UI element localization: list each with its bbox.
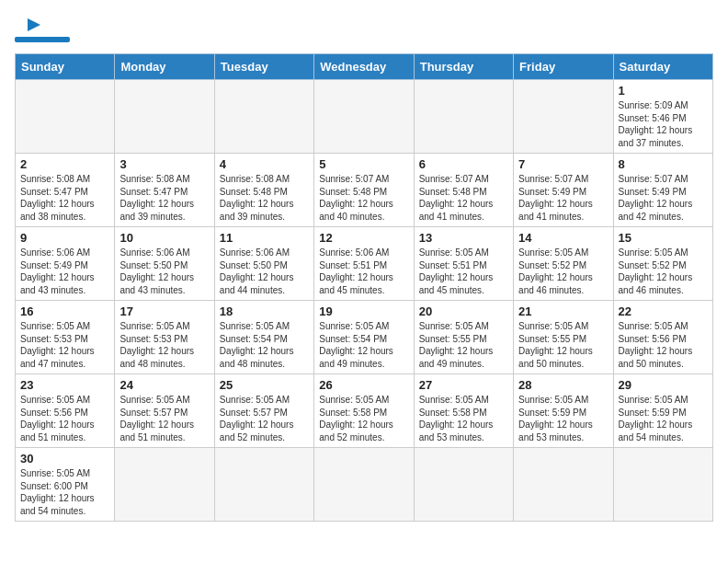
cell-info: Sunrise: 5:05 AM Sunset: 5:56 PM Dayligh… (20, 394, 109, 443)
svg-marker-0 (28, 18, 40, 31)
cell-info: Sunrise: 5:06 AM Sunset: 5:49 PM Dayligh… (20, 247, 109, 296)
calendar-cell: 2Sunrise: 5:08 AM Sunset: 5:47 PM Daylig… (16, 154, 115, 227)
day-number: 2 (20, 157, 109, 171)
day-header-saturday: Saturday (613, 54, 712, 80)
day-header-wednesday: Wednesday (314, 54, 414, 80)
calendar-cell: 8Sunrise: 5:07 AM Sunset: 5:49 PM Daylig… (613, 154, 712, 227)
week-row-3: 9Sunrise: 5:06 AM Sunset: 5:49 PM Daylig… (16, 227, 713, 301)
logo-icon (22, 15, 42, 35)
day-number: 9 (20, 231, 109, 245)
day-number: 5 (319, 157, 408, 171)
calendar-cell: 11Sunrise: 5:06 AM Sunset: 5:50 PM Dayli… (214, 227, 313, 301)
cell-info: Sunrise: 5:07 AM Sunset: 5:48 PM Dayligh… (319, 173, 408, 223)
calendar-cell: 26Sunrise: 5:05 AM Sunset: 5:58 PM Dayli… (314, 374, 414, 448)
cell-info: Sunrise: 5:05 AM Sunset: 5:57 PM Dayligh… (220, 394, 309, 443)
cell-info: Sunrise: 5:05 AM Sunset: 5:57 PM Dayligh… (119, 394, 209, 443)
calendar-cell: 13Sunrise: 5:05 AM Sunset: 5:51 PM Dayli… (414, 227, 513, 301)
day-number: 3 (119, 157, 209, 171)
cell-info: Sunrise: 5:05 AM Sunset: 5:59 PM Dayligh… (619, 394, 708, 443)
calendar-cell: 3Sunrise: 5:08 AM Sunset: 5:47 PM Daylig… (115, 154, 214, 227)
cell-info: Sunrise: 5:05 AM Sunset: 5:54 PM Dayligh… (220, 320, 309, 370)
calendar-cell: 5Sunrise: 5:07 AM Sunset: 5:48 PM Daylig… (314, 154, 414, 227)
day-header-friday: Friday (514, 54, 613, 80)
cell-info: Sunrise: 5:05 AM Sunset: 5:52 PM Dayligh… (619, 247, 708, 296)
day-number: 26 (319, 378, 408, 392)
calendar-cell: 7Sunrise: 5:07 AM Sunset: 5:49 PM Daylig… (514, 154, 613, 227)
calendar-cell (314, 448, 414, 522)
week-row-5: 23Sunrise: 5:05 AM Sunset: 5:56 PM Dayli… (16, 374, 713, 448)
day-number: 6 (419, 157, 508, 171)
calendar-cell: 18Sunrise: 5:05 AM Sunset: 5:54 PM Dayli… (214, 301, 313, 374)
cell-info: Sunrise: 5:07 AM Sunset: 5:49 PM Dayligh… (619, 173, 708, 223)
day-header-thursday: Thursday (414, 54, 513, 80)
day-number: 8 (619, 157, 708, 171)
day-number: 29 (619, 378, 708, 392)
calendar-cell (115, 448, 214, 522)
day-header-sunday: Sunday (16, 54, 115, 80)
day-number: 10 (119, 231, 209, 245)
calendar-cell: 19Sunrise: 5:05 AM Sunset: 5:54 PM Dayli… (314, 301, 414, 374)
day-header-monday: Monday (115, 54, 214, 80)
calendar-cell: 6Sunrise: 5:07 AM Sunset: 5:48 PM Daylig… (414, 154, 513, 227)
calendar-cell (613, 448, 712, 522)
day-number: 17 (119, 304, 209, 318)
cell-info: Sunrise: 5:08 AM Sunset: 5:47 PM Dayligh… (20, 173, 109, 223)
cell-info: Sunrise: 5:05 AM Sunset: 6:00 PM Dayligh… (20, 467, 109, 517)
calendar-cell: 23Sunrise: 5:05 AM Sunset: 5:56 PM Dayli… (16, 374, 115, 448)
cell-info: Sunrise: 5:09 AM Sunset: 5:46 PM Dayligh… (619, 99, 708, 149)
day-number: 30 (20, 452, 109, 465)
calendar-cell: 29Sunrise: 5:05 AM Sunset: 5:59 PM Dayli… (613, 374, 712, 448)
days-header-row: SundayMondayTuesdayWednesdayThursdayFrid… (16, 54, 713, 80)
calendar-cell (514, 80, 613, 154)
cell-info: Sunrise: 5:05 AM Sunset: 5:55 PM Dayligh… (518, 320, 608, 370)
logo (15, 15, 70, 42)
cell-info: Sunrise: 5:08 AM Sunset: 5:48 PM Dayligh… (220, 173, 309, 223)
day-number: 22 (619, 304, 708, 318)
calendar-cell: 4Sunrise: 5:08 AM Sunset: 5:48 PM Daylig… (214, 154, 313, 227)
calendar-cell: 16Sunrise: 5:05 AM Sunset: 5:53 PM Dayli… (16, 301, 115, 374)
calendar-table: SundayMondayTuesdayWednesdayThursdayFrid… (15, 53, 713, 522)
day-number: 1 (619, 84, 708, 98)
day-number: 28 (518, 378, 608, 392)
calendar-cell: 22Sunrise: 5:05 AM Sunset: 5:56 PM Dayli… (613, 301, 712, 374)
day-number: 13 (419, 231, 508, 245)
day-header-tuesday: Tuesday (214, 54, 313, 80)
calendar-cell (115, 80, 214, 154)
calendar-cell (414, 80, 513, 154)
day-number: 11 (220, 231, 309, 245)
day-number: 19 (319, 304, 408, 318)
cell-info: Sunrise: 5:06 AM Sunset: 5:51 PM Dayligh… (319, 247, 408, 296)
calendar-cell: 30Sunrise: 5:05 AM Sunset: 6:00 PM Dayli… (16, 448, 115, 522)
cell-info: Sunrise: 5:05 AM Sunset: 5:52 PM Dayligh… (518, 247, 608, 296)
calendar-cell (214, 448, 313, 522)
calendar-cell: 21Sunrise: 5:05 AM Sunset: 5:55 PM Dayli… (514, 301, 613, 374)
day-number: 27 (419, 378, 508, 392)
calendar-cell: 14Sunrise: 5:05 AM Sunset: 5:52 PM Dayli… (514, 227, 613, 301)
page-header (15, 15, 713, 42)
day-number: 21 (518, 304, 608, 318)
cell-info: Sunrise: 5:08 AM Sunset: 5:47 PM Dayligh… (119, 173, 209, 223)
day-number: 4 (220, 157, 309, 171)
calendar-cell: 24Sunrise: 5:05 AM Sunset: 5:57 PM Dayli… (115, 374, 214, 448)
calendar-cell: 28Sunrise: 5:05 AM Sunset: 5:59 PM Dayli… (514, 374, 613, 448)
cell-info: Sunrise: 5:07 AM Sunset: 5:49 PM Dayligh… (518, 173, 608, 223)
day-number: 12 (319, 231, 408, 245)
week-row-2: 2Sunrise: 5:08 AM Sunset: 5:47 PM Daylig… (16, 154, 713, 227)
cell-info: Sunrise: 5:05 AM Sunset: 5:56 PM Dayligh… (619, 320, 708, 370)
calendar-cell (414, 448, 513, 522)
cell-info: Sunrise: 5:05 AM Sunset: 5:58 PM Dayligh… (319, 394, 408, 443)
day-number: 24 (119, 378, 209, 392)
cell-info: Sunrise: 5:05 AM Sunset: 5:58 PM Dayligh… (419, 394, 508, 443)
day-number: 14 (518, 231, 608, 245)
day-number: 20 (419, 304, 508, 318)
calendar-cell: 15Sunrise: 5:05 AM Sunset: 5:52 PM Dayli… (613, 227, 712, 301)
calendar-cell: 9Sunrise: 5:06 AM Sunset: 5:49 PM Daylig… (16, 227, 115, 301)
calendar-body: 1Sunrise: 5:09 AM Sunset: 5:46 PM Daylig… (16, 80, 713, 522)
week-row-1: 1Sunrise: 5:09 AM Sunset: 5:46 PM Daylig… (16, 80, 713, 154)
calendar-cell (214, 80, 313, 154)
cell-info: Sunrise: 5:06 AM Sunset: 5:50 PM Dayligh… (220, 247, 309, 296)
calendar-cell: 17Sunrise: 5:05 AM Sunset: 5:53 PM Dayli… (115, 301, 214, 374)
calendar-cell: 20Sunrise: 5:05 AM Sunset: 5:55 PM Dayli… (414, 301, 513, 374)
calendar-cell: 1Sunrise: 5:09 AM Sunset: 5:46 PM Daylig… (613, 80, 712, 154)
cell-info: Sunrise: 5:05 AM Sunset: 5:51 PM Dayligh… (419, 247, 508, 296)
